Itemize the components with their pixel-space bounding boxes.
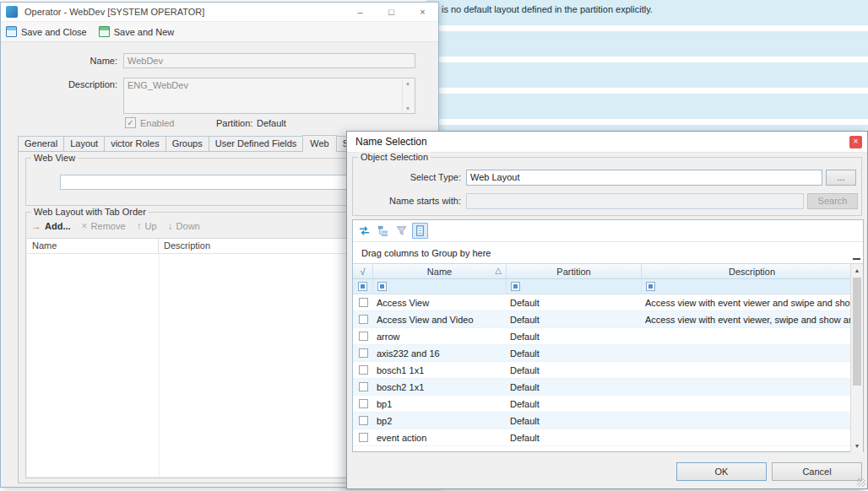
- filter-box-icon[interactable]: [358, 282, 367, 291]
- name-field[interactable]: WebDev: [123, 53, 415, 68]
- window-title: Operator - WebDev [SYSTEM OPERATOR]: [24, 7, 344, 17]
- filter-cell-indicator[interactable]: [353, 279, 373, 294]
- column-header-partition[interactable]: Partition: [507, 264, 642, 278]
- show-group-panel-icon[interactable]: [375, 223, 391, 239]
- grid-row[interactable]: bp2 Default: [353, 413, 863, 429]
- grid-row[interactable]: arrow Default: [353, 328, 863, 345]
- grid-row[interactable]: axis232 and 16 Default: [353, 345, 863, 362]
- row-name: bosch2 1x1: [373, 379, 507, 395]
- down-icon: ↓: [168, 221, 173, 231]
- description-value: ENG_WebDev: [127, 80, 188, 90]
- save-and-new-button[interactable]: Save and New: [99, 26, 175, 37]
- row-checkbox[interactable]: [359, 332, 368, 341]
- row-partition: Default: [507, 413, 642, 429]
- save-and-close-button[interactable]: Save and Close: [6, 26, 87, 37]
- window-close-button[interactable]: ×: [407, 3, 438, 21]
- column-chooser-icon[interactable]: [412, 223, 428, 239]
- filter-cell-description[interactable]: [642, 279, 863, 294]
- filter-icon[interactable]: [393, 223, 410, 239]
- enabled-checkbox[interactable]: ✓: [125, 117, 136, 128]
- web-view-group-label: Web View: [31, 153, 78, 163]
- row-indicator-cell: [353, 413, 373, 429]
- column-header-description[interactable]: Description: [642, 264, 863, 278]
- filter-box-icon[interactable]: [646, 282, 655, 291]
- splitter-handle[interactable]: [853, 258, 860, 260]
- resize-grip-icon[interactable]: [857, 478, 865, 487]
- filter-box-icon[interactable]: [377, 282, 387, 291]
- description-scrollbar[interactable]: ▲▼: [402, 80, 413, 111]
- remove-label: Remove: [91, 221, 126, 231]
- row-partition: Default: [507, 294, 642, 310]
- grid-toolbar: [353, 220, 863, 242]
- filter-cell-partition[interactable]: [507, 279, 642, 294]
- scroll-down-icon[interactable]: ▼: [405, 105, 411, 111]
- scrollbar-thumb[interactable]: [853, 278, 861, 386]
- save-new-icon: [99, 26, 110, 37]
- row-checkbox[interactable]: [359, 348, 368, 358]
- scroll-up-icon[interactable]: ▲: [851, 264, 863, 277]
- row-checkbox[interactable]: [359, 315, 368, 324]
- row-checkbox[interactable]: [359, 365, 368, 375]
- row-name: bp2: [373, 413, 507, 429]
- description-header-label: Description: [729, 267, 775, 277]
- name-starts-with-field[interactable]: [466, 193, 804, 209]
- search-button[interactable]: Search: [807, 193, 858, 209]
- group-by-box[interactable]: Drag columns to Group by here: [353, 242, 863, 264]
- browse-button[interactable]: ...: [826, 170, 856, 186]
- operator-titlebar[interactable]: Operator - WebDev [SYSTEM OPERATOR] – □ …: [1, 3, 438, 22]
- scroll-up-icon[interactable]: ▲: [405, 80, 411, 86]
- row-checkbox[interactable]: [359, 399, 368, 408]
- row-checkbox[interactable]: [359, 382, 368, 391]
- tab[interactable]: victor Roles: [104, 136, 165, 151]
- row-description: [642, 396, 863, 412]
- grid-row[interactable]: bosch2 1x1 Default: [353, 379, 863, 396]
- description-field[interactable]: ENG_WebDev ▲▼: [123, 78, 415, 114]
- row-checkbox[interactable]: [359, 298, 368, 307]
- object-selection-group: Object Selection Select Type: Web Layout…: [352, 157, 862, 216]
- add-button[interactable]: → Add...: [31, 221, 71, 231]
- filter-cell-name[interactable]: [373, 279, 507, 294]
- filter-box-icon[interactable]: [511, 282, 520, 291]
- dialog-titlebar[interactable]: Name Selection ×: [347, 132, 867, 153]
- remove-button[interactable]: × Remove: [82, 221, 126, 231]
- grid-row[interactable]: Access View Default Access view with eve…: [353, 294, 863, 311]
- select-type-field[interactable]: Web Layout: [466, 170, 822, 186]
- tab[interactable]: Web: [302, 135, 336, 152]
- row-name: axis232 and 16: [373, 345, 507, 361]
- ok-button[interactable]: OK: [676, 462, 767, 481]
- grid-row[interactable]: Access View and Video Default Access vie…: [353, 311, 863, 328]
- maximize-button[interactable]: □: [376, 3, 407, 21]
- row-partition: Default: [507, 429, 642, 445]
- scroll-down-icon[interactable]: ▼: [851, 440, 863, 452]
- cancel-button[interactable]: Cancel: [772, 462, 862, 481]
- row-partition: Default: [507, 345, 642, 361]
- tab[interactable]: Layout: [63, 136, 105, 151]
- tab[interactable]: General: [18, 136, 64, 151]
- grid-body: Access View Default Access view with eve…: [353, 294, 863, 446]
- name-selection-dialog: Name Selection × Object Selection Select…: [346, 131, 868, 489]
- minimize-button[interactable]: –: [344, 3, 376, 21]
- name-starts-with-label: Name starts with:: [356, 196, 461, 206]
- dialog-close-button[interactable]: ×: [849, 136, 862, 148]
- tab[interactable]: Groups: [165, 136, 209, 151]
- refresh-icon[interactable]: [356, 223, 372, 239]
- row-checkbox[interactable]: [359, 433, 368, 442]
- grid-row[interactable]: bosch1 1x1 Default: [353, 362, 863, 379]
- vertical-scrollbar[interactable]: ▲ ▼: [850, 264, 863, 452]
- column-header-name[interactable]: Name △: [373, 264, 507, 278]
- row-partition: Default: [507, 396, 642, 412]
- partition-label: Partition:: [216, 118, 255, 128]
- row-description: [642, 328, 863, 344]
- row-partition: Default: [507, 379, 642, 395]
- screen: is no default layout defined in the part…: [0, 0, 868, 491]
- row-description: [642, 379, 863, 395]
- save-close-icon: [6, 26, 17, 37]
- up-button[interactable]: ↑ Up: [137, 221, 157, 231]
- tab[interactable]: User Defined Fields: [209, 136, 304, 151]
- grid-row[interactable]: event action Default: [353, 429, 863, 446]
- down-button[interactable]: ↓ Down: [168, 221, 200, 231]
- grid-row[interactable]: bp1 Default: [353, 396, 863, 413]
- row-checkbox[interactable]: [359, 416, 368, 425]
- grid-filter-row: [353, 279, 863, 294]
- column-header-name[interactable]: Name: [27, 239, 159, 253]
